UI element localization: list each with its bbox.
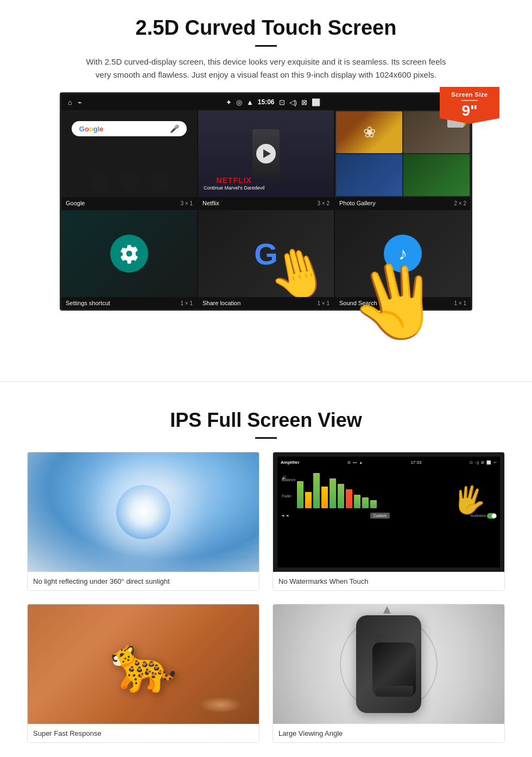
location-icon: ◎ [236,98,242,106]
netflix-app-inner: NETFLIX Continue Marvel's Daredevil [198,110,334,197]
seicane-watermark-sunlight: Seicane [216,552,248,561]
eq-hand-icon: 🖐️ [449,482,488,519]
amp-win-icon: ⬜ [486,460,491,465]
badge-divider [461,100,478,101]
google-logo: Google [79,125,104,133]
volume-icon: ◁) [289,98,297,106]
car-rear-window [375,686,413,697]
feature-amp-caption: No Watermarks When Touch [273,572,504,590]
sound-app-name: Sound Search [339,300,377,306]
sound-search-inner: ♪ [335,210,471,297]
ghost-icon-1 [89,172,109,192]
feature-amp-text: No Watermarks When Touch [278,577,368,585]
amp-right-icons: ⊡ ◁) ⊠ ⬜ ↩ [470,460,497,465]
status-time: 15:06 [258,98,275,106]
netflix-label-overlay: NETFLIX Continue Marvel's Daredevil [204,176,264,191]
google-app-cell[interactable]: Google 🎤 Google 3 × 1 [61,110,197,209]
eq-bar-3 [313,473,320,508]
gallery-app-inner [335,110,471,197]
amp-nav: ◄◄ [281,513,289,518]
app-grid: Google 🎤 Google 3 × 1 [61,110,471,309]
section2-divider [255,437,277,439]
section1-title: 2.5D Curved Touch Screen [33,16,499,40]
section-curved-touch: 2.5D Curved Touch Screen With 2.5D curve… [0,0,532,321]
gallery-thumb-flower [336,111,402,153]
sound-grid-size: 1 × 1 [454,300,466,306]
netflix-preview: NETFLIX Continue Marvel's Daredevil [198,110,334,197]
ghost-icon-2 [119,172,139,192]
gallery-grid-size: 2 × 2 [454,200,466,206]
amp-toggle[interactable] [487,513,497,519]
eq-col-1 [297,481,303,508]
eq-col-10 [370,500,377,508]
eq-bar-1 [297,481,303,508]
amp-arr-icon: ↩ [493,460,497,465]
settings-app-cell[interactable]: Settings shortcut 1 × 1 [61,210,197,309]
wifi-icon: ▲ [246,98,254,106]
feature-car-img: ▲ [273,604,504,724]
amp-icons: ⊞ ••• ▲ [347,460,363,465]
netflix-play-button[interactable] [256,144,276,163]
settings-icon-circle [110,235,148,273]
eq-col-3 [313,473,320,508]
car-bg: ▲ [273,604,504,724]
ghost-icon-3 [150,172,169,192]
settings-app-name: Settings shortcut [66,300,110,306]
netflix-subtitle: Continue Marvel's Daredevil [204,185,264,191]
feature-amplifier: Amplifier ⊞ ••• ▲ 17:33 ⊡ ◁) ⊠ [273,452,505,591]
screen-mockup-wrapper: Screen Size 9" ⌂ ⌁ ✦ ◎ ▲ 15:06 ⊡ ◁) ⊠ [60,92,472,311]
feature-car-caption: Large Viewing Angle [273,724,504,742]
eq-area: Balance 🔊 Fader [281,467,497,510]
google-search-bar[interactable]: Google 🎤 [72,121,187,136]
eq-col-6 [338,484,344,508]
eq-col-7 [346,489,352,508]
feature-sunlight: Seicane No light reflecting under 360° d… [27,452,259,591]
car-body [356,615,421,713]
section2-title: IPS Full Screen View [27,409,505,432]
eq-col-8 [354,495,360,508]
feature-car-text: Large Viewing Angle [278,729,343,737]
gallery-app-name: Photo Gallery [339,200,376,206]
cheetah-bg: 🐆 [28,604,259,724]
sound-search-app-cell[interactable]: ♪ Sound Search 1 × 1 [335,210,471,309]
cheetah-emoji: 🐆 [110,632,178,696]
eq-bar-2 [305,492,312,508]
settings-label-row: Settings shortcut 1 × 1 [61,297,197,309]
eq-col-9 [362,497,369,508]
google-app-inner: Google 🎤 [61,110,197,197]
ghost-settings-icons [89,172,169,192]
section1-description: With 2.5D curved-display screen, this de… [81,55,451,81]
amp-sig-icon: ⊠ [481,460,484,465]
share-location-app-cell[interactable]: G 🤚 Share location 1 × 1 [198,210,334,309]
eq-col-5 [330,478,336,508]
amp-top-bar: Amplifier ⊞ ••• ▲ 17:33 ⊡ ◁) ⊠ [281,460,497,465]
music-note-circle: ♪ [384,235,422,273]
eq-col-2 [305,492,312,508]
feature-cheetah-img: 🐆 [28,604,259,724]
signal-icon: ⊠ [301,98,307,106]
netflix-logo-text: NETFLIX [204,176,264,185]
gallery-app-cell[interactable]: Photo Gallery 2 × 2 [335,110,471,209]
play-triangle [263,149,271,158]
feature-sunlight-img: Seicane [28,452,259,572]
eq-col-4 [321,487,328,508]
sun-rays [116,485,170,539]
netflix-app-cell[interactable]: NETFLIX Continue Marvel's Daredevil Netf… [198,110,334,209]
status-bar-left: ⌂ ⌁ [68,98,82,106]
window-icon: ⬜ [312,98,320,106]
amp-screen: Amplifier ⊞ ••• ▲ 17:33 ⊡ ◁) ⊠ [277,457,500,567]
amp-custom-preset[interactable]: Custom [370,513,390,519]
mic-icon: 🎤 [170,124,179,133]
feature-cheetah: 🐆 Super Fast Response [27,604,259,743]
badge-label: Screen Size [443,91,496,98]
settings-app-inner [61,210,197,297]
sound-label-row: Sound Search 1 × 1 [335,297,471,309]
google-app-name: Google [66,200,85,206]
eq-bar-6 [338,484,344,508]
dust-cloud [199,697,243,713]
android-screen: ⌂ ⌁ ✦ ◎ ▲ 15:06 ⊡ ◁) ⊠ ⬜ [60,92,472,311]
home-icon[interactable]: ⌂ [68,98,72,106]
eq-bar-9 [362,497,369,508]
share-label-row: Share location 1 × 1 [198,297,334,309]
section-divider [0,381,532,382]
